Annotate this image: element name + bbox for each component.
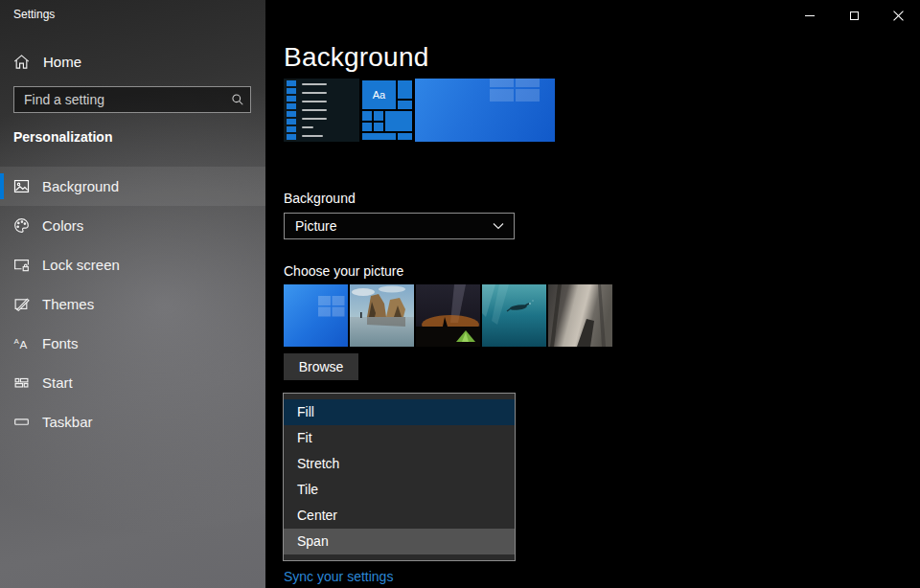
svg-text:A: A [19,338,27,351]
maximize-button[interactable] [832,0,876,31]
main-content: Background Aa [265,0,920,588]
sidebar-item-label: Lock screen [42,257,120,273]
option-stretch[interactable]: Stretch [284,451,515,477]
minimize-button[interactable] [788,0,832,31]
option-fill[interactable]: Fill [284,399,515,425]
app-title: Settings [13,8,55,21]
sync-settings-link[interactable]: Sync your settings [284,569,393,584]
option-span[interactable]: Span [284,529,515,554]
sidebar-item-start[interactable]: Start [0,363,265,402]
sidebar-item-label: Fonts [42,335,79,351]
themes-icon [13,296,30,312]
thumbnail-windows-default[interactable] [284,284,348,347]
window-controls [788,0,920,31]
start-tiles-icon [13,374,30,391]
sidebar-item-background[interactable]: Background [0,167,265,206]
sidebar-item-lock-screen[interactable]: Lock screen [0,245,265,284]
sidebar-nav: Background Colors [0,167,265,441]
fonts-icon: A A [13,335,30,351]
preview-menu-lines [302,80,327,140]
preview-tile-column [287,80,296,140]
fit-listbox: Fill Fit Stretch Tile Center Span [283,393,516,561]
settings-window: Settings Home Personalization [0,0,920,588]
page-title: Background [284,42,428,73]
preview-start-menu-list [284,79,359,142]
sidebar-item-label: Colors [42,217,83,234]
option-center[interactable]: Center [284,503,515,529]
preview-desktop-wallpaper [415,79,555,142]
preview-start-tiles: Aa [361,79,413,142]
image-icon [13,178,30,194]
search-box[interactable] [13,86,251,113]
sidebar-item-label: Background [42,178,119,194]
thumbnail-granite-cliff[interactable] [548,284,612,347]
sidebar-item-label: Themes [42,296,94,312]
selected-indicator [0,173,4,199]
thumbnail-underwater-swimmer[interactable] [482,284,546,347]
background-type-select[interactable]: Picture [284,213,515,239]
maximize-icon [850,11,859,20]
option-tile[interactable]: Tile [284,477,515,503]
search-icon[interactable] [225,93,250,106]
windows-logo [490,79,540,102]
home-icon [13,54,30,70]
picture-thumbnails [284,284,612,347]
minimize-icon [805,15,815,16]
select-value: Picture [295,218,337,234]
background-preview: Aa [284,79,555,142]
close-icon [893,11,904,21]
sidebar-item-label: Taskbar [42,414,93,430]
sidebar-item-colors[interactable]: Colors [0,206,265,245]
thumbnail-beach-rocks[interactable] [350,284,414,347]
lock-screen-icon [13,257,30,273]
search-input[interactable] [14,87,225,112]
choose-picture-label: Choose your picture [284,263,403,279]
taskbar-icon [13,414,30,430]
sidebar: Settings Home Personalization [0,0,265,588]
sidebar-item-fonts[interactable]: A A Fonts [0,324,265,363]
browse-button[interactable]: Browse [284,353,358,380]
close-button[interactable] [876,0,920,31]
option-fit[interactable]: Fit [284,425,515,451]
background-type-label: Background [284,191,356,206]
chevron-down-icon [493,222,504,230]
section-heading-personalization: Personalization [13,129,112,145]
sidebar-item-label: Start [42,374,73,391]
palette-icon [13,217,30,234]
thumbnail-night-tent[interactable] [416,284,480,347]
sidebar-item-label: Home [43,54,81,70]
sidebar-item-home[interactable]: Home [0,48,265,75]
preview-aa-tile: Aa [362,80,396,109]
sidebar-item-themes[interactable]: Themes [0,284,265,324]
sidebar-item-taskbar[interactable]: Taskbar [0,402,265,441]
